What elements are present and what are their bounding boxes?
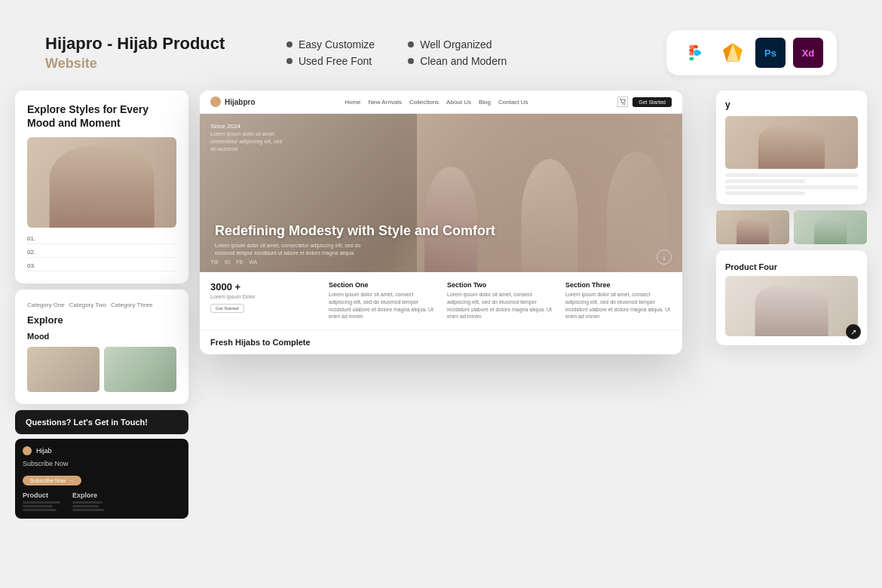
- subscribe-button[interactable]: Subscribe Now →: [23, 476, 81, 485]
- tool-icons-container: Ps Xd: [666, 30, 837, 75]
- stat-number: 3000 +: [210, 281, 317, 292]
- text-line-short: [725, 191, 805, 195]
- svg-point-6: [624, 103, 626, 105]
- figma-icon: [680, 38, 710, 68]
- section-three-desc: Lorem ipsum dolor sit amet, consect adip…: [565, 291, 672, 320]
- subscribe-text: Subscribe Now: [23, 460, 181, 467]
- explore-section: Explore: [72, 492, 104, 511]
- section-three-title: Section Three: [565, 281, 672, 289]
- hero-social: TW IG FB WA: [210, 259, 257, 265]
- left-panel: Explore Styles for Every Mood and Moment…: [15, 90, 188, 519]
- feature-label: Clean and Modern: [420, 55, 507, 67]
- product-title: Hijapro - Hijab Product: [45, 34, 241, 54]
- list-num: 02.: [27, 249, 35, 256]
- nav-new-arrivals[interactable]: New Arrivals: [369, 99, 402, 106]
- mockup-navbar: Hijabpro Home New Arrivals Collections A…: [200, 90, 682, 114]
- product-section: Product: [23, 492, 60, 511]
- feature-easy-customize: Easy Customize: [286, 38, 385, 51]
- subscribe-logo-text: Hijab: [36, 447, 52, 455]
- fresh-title: Fresh Hijabs to Complete: [210, 338, 672, 347]
- feature-label: Easy Customize: [299, 38, 375, 51]
- get-started-button[interactable]: Get Started: [632, 97, 672, 107]
- feature-used-free-font: Used Free Font: [286, 55, 385, 67]
- questions-card: Questions? Let's Get in Touch!: [15, 410, 188, 434]
- feature-dot: [286, 41, 292, 47]
- hero-lorem: Lorem ipsum dolor sit amet, consectetur …: [210, 130, 286, 152]
- right-card-top: y: [716, 90, 867, 204]
- mockup-logo-text: Hijabpro: [225, 98, 256, 106]
- nav-blog[interactable]: Blog: [479, 99, 491, 106]
- cart-icon[interactable]: [617, 96, 628, 107]
- list-items: 01. 02. 03.: [27, 234, 176, 271]
- photoshop-icon: Ps: [755, 38, 786, 68]
- right-hero-image: [725, 116, 858, 169]
- left-card-explore: Explore Styles for Every Mood and Moment…: [15, 90, 188, 283]
- main-content: Explore Styles for Every Mood and Moment…: [0, 90, 882, 558]
- social-wa[interactable]: WA: [249, 259, 257, 265]
- hero-title: Redefining Modesty with Style and Comfor…: [215, 223, 495, 240]
- go-arrow-button[interactable]: ↗: [846, 324, 861, 339]
- subscribe-logo-icon: [23, 446, 32, 455]
- nav-about[interactable]: About Us: [446, 99, 471, 106]
- category-three: Category Three: [111, 302, 152, 308]
- nav-collections[interactable]: Collections: [409, 99, 439, 106]
- mockup-nav-links: Home New Arrivals Collections About Us B…: [265, 99, 609, 106]
- person-figure: [50, 146, 155, 228]
- nav-contact[interactable]: Contact Us: [498, 99, 528, 106]
- mini-image-1: [27, 347, 100, 392]
- mockup-stats: 3000 + Lorem Ipsum Dolor Get Started Sec…: [200, 272, 682, 330]
- stat-section-one: Section One Lorem ipsum dolor sit amet, …: [329, 281, 435, 320]
- product-person-figure: [755, 285, 828, 336]
- svg-point-5: [622, 103, 623, 105]
- explore-mood-title: Mood: [27, 332, 176, 341]
- list-item: 03.: [27, 261, 176, 271]
- hero-overlay: Redefining Modesty with Style and Comfor…: [215, 223, 495, 257]
- product-subtitle: Website: [45, 56, 241, 72]
- features-list: Easy Customize Well Organized Used Free …: [286, 38, 507, 67]
- feature-label: Used Free Font: [299, 55, 372, 67]
- arrow-icon: →: [69, 478, 74, 483]
- social-fb[interactable]: FB: [236, 259, 243, 265]
- right-card-title: y: [725, 100, 858, 110]
- right-thumbnails: [716, 210, 867, 244]
- mini-images: [27, 347, 176, 392]
- list-item: 02.: [27, 247, 176, 258]
- category-one: Category One: [27, 302, 65, 308]
- right-card-product: Product Four ↗: [716, 250, 867, 345]
- right-panel: y Product Four ↗: [716, 90, 867, 345]
- stat-section-two: Section Two Lorem ipsum dolor sit amet, …: [447, 281, 553, 320]
- text-line-short: [725, 179, 805, 183]
- central-mockup: Hijabpro Home New Arrivals Collections A…: [200, 90, 682, 354]
- feature-dot: [286, 58, 292, 64]
- header: Hijapro - Hijab Product Website Easy Cus…: [0, 0, 882, 90]
- list-num: 01.: [27, 235, 35, 242]
- right-thumb-1: [716, 210, 789, 244]
- mini-image-2: [104, 347, 176, 392]
- left-card-image: [27, 137, 176, 228]
- svg-point-0: [694, 50, 700, 56]
- section-two-title: Section Two: [447, 281, 553, 289]
- category-two: Category Two: [69, 302, 106, 308]
- feature-label: Well Organized: [420, 38, 492, 51]
- right-text-lines: [725, 173, 858, 195]
- social-tw[interactable]: TW: [210, 259, 219, 265]
- social-ig[interactable]: IG: [225, 259, 230, 265]
- hero-subtitle: Lorem ipsum dolor sit amet, consectetur …: [215, 242, 381, 257]
- feature-dot: [408, 58, 414, 64]
- list-num: 03.: [27, 262, 35, 269]
- right-thumb-2: [794, 210, 867, 244]
- stat-get-started[interactable]: Get Started: [210, 304, 244, 313]
- mockup-logo-icon: [210, 96, 221, 107]
- hero-scroll-arrow[interactable]: ↓: [657, 250, 672, 265]
- sketch-icon: [718, 38, 748, 68]
- section-two-desc: Lorem ipsum dolor sit amet, consect adip…: [447, 291, 553, 320]
- product-four-title: Product Four: [725, 262, 858, 271]
- adobe-xd-icon: Xd: [793, 38, 823, 68]
- text-line: [725, 185, 858, 189]
- questions-title: Questions? Let's Get in Touch!: [26, 418, 178, 427]
- right-person-figure: [758, 127, 825, 169]
- nav-home[interactable]: Home: [345, 99, 360, 106]
- product-image: [725, 276, 858, 336]
- mockup-hero: Since 2024 Lorem ipsum dolor sit amet, c…: [200, 114, 682, 272]
- hero-since: Since 2024: [210, 123, 240, 130]
